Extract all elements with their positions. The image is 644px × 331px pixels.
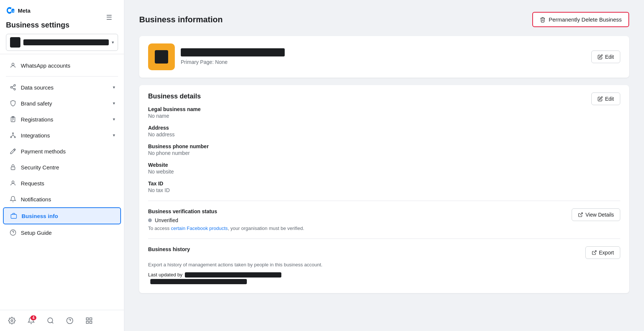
verification-facebook-link[interactable]: certain Facebook products [171,225,228,231]
detail-label-tax-id: Tax ID [148,181,209,186]
sidebar-item-business-info[interactable]: Business info [3,207,121,224]
notifications-bell-button[interactable]: 4 [25,315,37,327]
sidebar-item-label-data-sources: Data sources [21,84,109,91]
sidebar-item-requests[interactable]: Requests [3,175,121,191]
profile-edit-button[interactable]: Edit [591,51,620,63]
sidebar-item-setup-guide[interactable]: Setup Guide [3,225,121,240]
details-edit-pencil-icon [598,96,603,101]
svg-point-22 [11,320,13,322]
chevron-icon-data-sources: ▾ [113,85,115,90]
detail-value-phone: No phone number [148,150,209,156]
permanently-delete-button[interactable]: Permanently Delete Business [532,12,629,27]
detail-row-phone: Business phone number No phone number [148,143,209,156]
help-icon-button[interactable] [64,315,76,327]
detail-label-address: Address [148,125,209,131]
svg-line-24 [52,322,53,324]
sidebar-item-security-centre[interactable]: Security Centre [3,159,121,175]
svg-point-11 [13,133,14,134]
sidebar-header: Meta ☰ Business settings ▾ [0,0,124,54]
business-profile-card: Primary Page: None Edit [139,36,629,78]
history-last-updated-row: Last updated by [148,272,620,278]
svg-point-23 [48,318,53,323]
verification-label: Business verification status [148,208,304,214]
export-button[interactable]: Export [585,246,620,259]
app-name: Meta [18,7,30,14]
view-details-label: View Details [585,212,614,218]
page-header: Business information Permanently Delete … [139,12,629,27]
page-title: Business information [139,15,223,25]
account-selector[interactable]: ▾ [6,34,118,51]
svg-line-16 [13,135,15,137]
svg-line-31 [580,213,582,215]
sidebar-item-payment-methods[interactable]: Payment methods [3,143,121,159]
lock-icon [9,163,17,171]
history-header-row: Business history Export [148,246,620,259]
svg-rect-29 [86,321,89,324]
detail-label-website: Website [148,162,209,168]
business-avatar-inner [155,50,168,64]
nodes-icon [9,131,17,139]
status-dot [148,218,152,222]
view-details-button[interactable]: View Details [572,208,620,221]
verification-section: Business verification status Unverified … [148,201,620,231]
share-icon [9,83,17,91]
briefcase-icon [10,212,18,220]
svg-point-25 [67,318,73,324]
business-avatar [148,43,175,70]
account-name [23,39,109,45]
person-circle-icon [9,61,17,69]
business-details-header: Business details Legal business name No … [148,93,620,193]
detail-value-address: No address [148,132,209,137]
verification-desc-prefix: To access [148,225,171,231]
person-icon [9,179,17,187]
svg-point-0 [12,63,14,65]
sidebar-item-registrations[interactable]: Registrations ▾ [3,111,121,127]
delete-button-label: Permanently Delete Business [549,16,622,23]
grid-icon-button[interactable] [83,315,95,327]
search-icon-button[interactable] [45,315,56,327]
sidebar-item-whatsapp-accounts[interactable]: WhatsApp accounts [3,58,121,73]
svg-point-12 [10,137,12,138]
app-logo: Meta [6,6,30,15]
sidebar-item-brand-safety[interactable]: Brand safety ▾ [3,95,121,111]
notification-badge: 4 [30,315,36,320]
sidebar-item-notifications[interactable]: Notifications [3,191,121,207]
sidebar-item-label-requests: Requests [21,180,115,186]
svg-point-3 [14,88,16,90]
detail-value-website: No website [148,169,209,175]
svg-point-18 [12,181,14,183]
clipboard-icon [9,115,17,123]
svg-point-1 [14,85,16,87]
svg-rect-17 [11,167,15,170]
bell-icon [9,195,17,203]
history-created-by-value [150,279,247,284]
settings-icon-button[interactable] [6,315,18,327]
shield-icon [9,99,17,107]
business-details-card: Business details Legal business name No … [139,85,629,293]
sidebar-item-label-business-info: Business info [22,213,114,219]
svg-rect-27 [86,318,89,320]
sidebar-item-label-payment-methods: Payment methods [21,148,115,155]
svg-line-15 [11,135,13,137]
detail-row-legal-name: Legal business name No name [148,106,209,119]
trash-icon [540,17,546,23]
divider-1 [6,76,118,77]
chevron-down-icon: ▾ [112,40,114,45]
svg-rect-19 [11,214,17,218]
edit-pencil-icon [598,54,603,59]
chevron-icon-registrations: ▾ [113,117,115,122]
chevron-icon-brand-safety: ▾ [113,101,115,106]
main-content: Business information Permanently Delete … [124,0,644,331]
history-created-by-row [148,279,620,284]
account-avatar [10,37,20,48]
hamburger-button[interactable]: ☰ [106,13,112,22]
sidebar-item-data-sources[interactable]: Data sources ▾ [3,79,121,95]
sidebar-item-label-notifications: Notifications [21,196,115,202]
details-edit-button[interactable]: Edit [591,93,620,105]
sidebar-item-label-brand-safety: Brand safety [21,100,109,107]
sidebar-item-integrations[interactable]: Integrations ▾ [3,127,121,143]
history-section: Business history Export Export a history… [148,238,620,284]
detail-label-phone: Business phone number [148,143,209,149]
pen-icon [9,147,17,155]
primary-page-label: Primary Page: [181,59,214,65]
